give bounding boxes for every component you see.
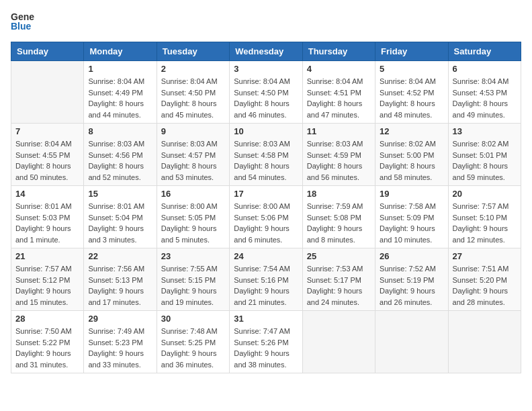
day-number: 8 [88,126,152,136]
daylight-text: Daylight: 9 hours and 38 minutes. [234,348,298,370]
sunset-text: Sunset: 5:09 PM [380,212,443,224]
svg-text:Blue: Blue [11,21,32,31]
sunset-text: Sunset: 5:12 PM [15,275,79,286]
sunrise-text: Sunrise: 8:03 AM [88,138,152,150]
sunset-text: Sunset: 5:08 PM [307,212,371,224]
sunrise-text: Sunrise: 8:04 AM [234,76,298,87]
sunset-text: Sunset: 4:59 PM [307,150,371,161]
sunset-text: Sunset: 5:25 PM [161,337,225,349]
calendar-cell: 20Sunrise: 7:57 AMSunset: 5:10 PMDayligh… [448,186,521,248]
sunset-text: Sunset: 5:19 PM [380,275,443,286]
sunrise-text: Sunrise: 8:00 AM [161,201,225,212]
calendar-week-row: 7Sunrise: 8:04 AMSunset: 4:55 PMDaylight… [11,124,521,186]
day-number: 19 [380,189,443,199]
daylight-text: Daylight: 9 hours and 17 minutes. [88,285,152,308]
day-number: 13 [453,126,517,136]
day-info: Sunrise: 8:01 AMSunset: 5:03 PMDaylight:… [15,201,79,245]
daylight-text: Daylight: 9 hours and 5 minutes. [161,223,225,245]
day-info: Sunrise: 7:53 AMSunset: 5:17 PMDaylight:… [307,263,371,308]
day-info: Sunrise: 7:50 AMSunset: 5:22 PMDaylight:… [15,326,79,370]
logo: General Blue [11,11,35,34]
calendar-table: SundayMondayTuesdayWednesdayThursdayFrid… [11,42,521,373]
sunset-text: Sunset: 5:03 PM [15,212,79,224]
calendar-cell: 31Sunrise: 7:47 AMSunset: 5:26 PMDayligh… [230,311,302,373]
sunset-text: Sunset: 5:16 PM [234,275,298,286]
calendar-cell: 9Sunrise: 8:03 AMSunset: 4:57 PMDaylight… [157,124,229,186]
day-info: Sunrise: 8:03 AMSunset: 4:58 PMDaylight:… [234,138,298,183]
weekday-header-cell: Saturday [448,42,521,61]
day-info: Sunrise: 8:04 AMSunset: 4:50 PMDaylight:… [161,76,225,120]
sunrise-text: Sunrise: 8:04 AM [15,138,79,150]
sunrise-text: Sunrise: 7:57 AM [453,201,517,212]
calendar-cell: 30Sunrise: 7:48 AMSunset: 5:25 PMDayligh… [157,311,229,373]
daylight-text: Daylight: 9 hours and 1 minute. [15,223,79,245]
day-number: 17 [234,189,298,199]
weekday-header-cell: Friday [375,42,448,61]
day-number: 5 [380,64,443,74]
day-number: 4 [307,64,371,74]
weekday-header-cell: Thursday [302,42,375,61]
calendar-cell: 24Sunrise: 7:54 AMSunset: 5:16 PMDayligh… [230,248,302,311]
daylight-text: Daylight: 9 hours and 6 minutes. [234,223,298,245]
day-number: 12 [380,126,443,136]
sunrise-text: Sunrise: 8:04 AM [380,76,443,87]
day-info: Sunrise: 7:58 AMSunset: 5:09 PMDaylight:… [380,201,443,245]
sunrise-text: Sunrise: 8:03 AM [161,138,225,150]
sunset-text: Sunset: 5:22 PM [15,337,79,349]
day-number: 11 [307,126,371,136]
calendar-cell: 22Sunrise: 7:56 AMSunset: 5:13 PMDayligh… [84,248,157,311]
sunrise-text: Sunrise: 7:59 AM [307,201,371,212]
day-number: 18 [307,189,371,199]
daylight-text: Daylight: 9 hours and 28 minutes. [453,285,517,308]
sunrise-text: Sunrise: 7:53 AM [307,263,371,275]
calendar-cell: 25Sunrise: 7:53 AMSunset: 5:17 PMDayligh… [302,248,375,311]
sunrise-text: Sunrise: 8:02 AM [453,138,517,150]
calendar-cell: 28Sunrise: 7:50 AMSunset: 5:22 PMDayligh… [11,311,84,373]
daylight-text: Daylight: 9 hours and 19 minutes. [161,285,225,308]
day-info: Sunrise: 7:59 AMSunset: 5:08 PMDaylight:… [307,201,371,245]
sunrise-text: Sunrise: 8:00 AM [234,201,298,212]
day-info: Sunrise: 7:57 AMSunset: 5:10 PMDaylight:… [453,201,517,245]
sunrise-text: Sunrise: 8:01 AM [88,201,152,212]
sunrise-text: Sunrise: 7:50 AM [15,326,79,337]
day-info: Sunrise: 8:00 AMSunset: 5:06 PMDaylight:… [234,201,298,245]
day-info: Sunrise: 8:03 AMSunset: 4:59 PMDaylight:… [307,138,371,183]
daylight-text: Daylight: 8 hours and 49 minutes. [453,98,517,120]
calendar-week-row: 21Sunrise: 7:57 AMSunset: 5:12 PMDayligh… [11,248,521,311]
calendar-cell: 23Sunrise: 7:55 AMSunset: 5:15 PMDayligh… [157,248,229,311]
calendar-cell: 15Sunrise: 8:01 AMSunset: 5:04 PMDayligh… [84,186,157,248]
sunrise-text: Sunrise: 7:52 AM [380,263,443,275]
day-info: Sunrise: 7:47 AMSunset: 5:26 PMDaylight:… [234,326,298,370]
sunset-text: Sunset: 4:50 PM [161,87,225,99]
day-number: 24 [234,251,298,261]
daylight-text: Daylight: 9 hours and 8 minutes. [307,223,371,245]
day-info: Sunrise: 7:48 AMSunset: 5:25 PMDaylight:… [161,326,225,370]
calendar-cell: 19Sunrise: 7:58 AMSunset: 5:09 PMDayligh… [375,186,448,248]
sunset-text: Sunset: 4:49 PM [88,87,152,99]
day-info: Sunrise: 7:56 AMSunset: 5:13 PMDaylight:… [88,263,152,308]
daylight-text: Daylight: 9 hours and 12 minutes. [453,223,517,245]
daylight-text: Daylight: 8 hours and 58 minutes. [380,161,443,183]
calendar-cell: 14Sunrise: 8:01 AMSunset: 5:03 PMDayligh… [11,186,84,248]
sunset-text: Sunset: 5:17 PM [307,275,371,286]
day-info: Sunrise: 7:52 AMSunset: 5:19 PMDaylight:… [380,263,443,308]
logo-icon: General Blue [11,11,35,34]
calendar-cell: 1Sunrise: 8:04 AMSunset: 4:49 PMDaylight… [84,61,157,124]
day-number: 20 [453,189,517,199]
calendar-cell [448,311,521,373]
sunrise-text: Sunrise: 7:47 AM [234,326,298,337]
day-info: Sunrise: 8:02 AMSunset: 5:01 PMDaylight:… [453,138,517,183]
calendar-cell: 17Sunrise: 8:00 AMSunset: 5:06 PMDayligh… [230,186,302,248]
daylight-text: Daylight: 8 hours and 44 minutes. [88,98,152,120]
day-info: Sunrise: 8:03 AMSunset: 4:56 PMDaylight:… [88,138,152,183]
calendar-cell: 3Sunrise: 8:04 AMSunset: 4:50 PMDaylight… [230,61,302,124]
sunrise-text: Sunrise: 7:56 AM [88,263,152,275]
day-number: 1 [88,64,152,74]
day-number: 30 [161,314,225,324]
daylight-text: Daylight: 9 hours and 36 minutes. [161,348,225,370]
sunset-text: Sunset: 4:51 PM [307,87,371,99]
daylight-text: Daylight: 8 hours and 53 minutes. [161,161,225,183]
weekday-header-cell: Wednesday [230,42,302,61]
daylight-text: Daylight: 8 hours and 50 minutes. [15,161,79,183]
day-number: 14 [15,189,79,199]
